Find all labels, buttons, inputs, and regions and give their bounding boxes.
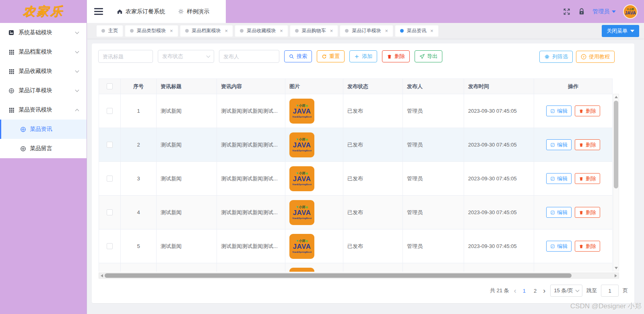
table-body: 1测试新闻测试新闻测试新闻测试...▼小郑◉JAVAVue&SpringBoot…: [99, 94, 612, 272]
row-delete-button[interactable]: 删除: [575, 139, 600, 150]
tutorial-button[interactable]: ? 使用教程: [576, 51, 615, 63]
tab-item[interactable]: 菜品档案模块×: [180, 25, 233, 37]
cell-image: ▼小郑◉JAVAVue&SpringBoot: [285, 229, 343, 263]
row-checkbox[interactable]: [107, 243, 113, 249]
row-edit-button[interactable]: 编辑: [546, 139, 572, 150]
trash-icon: [579, 176, 584, 181]
sidebar-item[interactable]: 菜品资讯模块: [0, 100, 87, 120]
tab-item[interactable]: 菜品订单模块×: [340, 25, 393, 37]
status-filter-select[interactable]: 发布状态: [158, 50, 214, 63]
jump-page-input[interactable]: [601, 285, 619, 297]
scroll-right-icon[interactable]: [615, 274, 617, 277]
sidebar-subitem[interactable]: 菜品留言: [0, 139, 87, 158]
fullscreen-icon[interactable]: [563, 8, 571, 16]
column-header: 资讯标题: [157, 79, 217, 94]
tab-item[interactable]: 菜品收藏模块×: [235, 25, 288, 37]
tab-label: 菜品购物车: [302, 27, 326, 34]
topbar-left: 农家乐订餐系统 样例演示: [87, 0, 226, 23]
row-checkbox[interactable]: [107, 108, 113, 114]
cell-status: 已发布: [343, 94, 403, 128]
close-icon[interactable]: ×: [330, 28, 333, 33]
topnav-demo-label: 样例演示: [187, 8, 209, 15]
cell-time: 2023-09-30 07:45:05: [464, 94, 534, 128]
avatar[interactable]: ▼小郑 JAVA: [623, 4, 638, 19]
cell-title: 测试新闻: [157, 128, 217, 162]
row-delete-button[interactable]: 删除: [575, 241, 600, 252]
cell-no: 5: [121, 229, 157, 263]
search-button[interactable]: 搜索: [284, 50, 312, 62]
row-edit-button[interactable]: 编辑: [546, 173, 572, 184]
table-row: 5测试新闻测试新闻测试新闻测试...▼小郑◉JAVAVue&SpringBoot…: [99, 229, 612, 263]
chevron-down-icon: [630, 30, 634, 32]
row-edit-button[interactable]: 编辑: [546, 105, 572, 116]
prev-page-button[interactable]: ‹: [513, 287, 517, 294]
add-button[interactable]: 添加: [349, 50, 377, 62]
topnav-system[interactable]: 农家乐订餐系统: [110, 0, 171, 23]
page-number-1[interactable]: 1: [521, 288, 527, 294]
compass-icon: [20, 126, 26, 132]
cell-publisher: 管理员: [403, 229, 464, 263]
row-checkbox[interactable]: [107, 176, 113, 182]
watermark: CSDN @Designer 小郑: [570, 302, 642, 311]
menu-toggle-icon[interactable]: [87, 0, 110, 23]
sidebar-item[interactable]: 菜品订单模块: [0, 81, 87, 100]
column-header: 图片: [285, 79, 343, 94]
tab-active[interactable]: 菜品资讯×: [395, 25, 438, 37]
column-filter-button[interactable]: 列筛选: [539, 51, 573, 63]
sidebar-item[interactable]: 菜品档案模块: [0, 42, 87, 62]
cell-status: 已发布: [343, 162, 403, 196]
cell-title: [157, 263, 217, 272]
reset-button[interactable]: 重置: [317, 50, 345, 62]
close-menu-button[interactable]: 关闭菜单: [602, 25, 639, 37]
cell-publisher: 管理员: [403, 94, 464, 128]
row-delete-button[interactable]: 删除: [575, 207, 600, 218]
sidebar-item[interactable]: 菜品收藏模块: [0, 62, 87, 81]
tab-label: 菜品档案模块: [192, 27, 221, 34]
close-icon[interactable]: ×: [280, 28, 283, 33]
trash-icon: [579, 210, 584, 215]
row-edit-button[interactable]: 编辑: [546, 241, 572, 252]
row-delete-button[interactable]: 删除: [575, 105, 600, 116]
news-image: ▼小郑◉JAVAVue&SpringBoot: [289, 132, 314, 157]
total-count: 共 21 条: [490, 287, 509, 294]
sidebar-item-label: 菜品档案模块: [19, 48, 76, 56]
tab-item[interactable]: 主页: [97, 25, 123, 37]
user-menu[interactable]: 管理员: [592, 8, 616, 15]
export-button[interactable]: 导出: [415, 50, 442, 62]
vertical-scrollbar-thumb[interactable]: [614, 101, 618, 188]
sidebar-subitem[interactable]: 菜品资讯: [0, 120, 87, 139]
tab-dot-icon: [240, 29, 244, 33]
tab-item[interactable]: 菜品类型模块×: [125, 25, 178, 37]
scroll-down-icon[interactable]: [615, 267, 618, 269]
delete-button[interactable]: 删除: [382, 50, 410, 62]
row-checkbox[interactable]: [107, 209, 113, 215]
row-checkbox[interactable]: [107, 142, 113, 148]
tab-item[interactable]: 菜品购物车×: [290, 25, 338, 37]
cell-title: 测试新闻: [157, 229, 217, 263]
select-all-checkbox[interactable]: [107, 83, 113, 89]
page-size-select[interactable]: 15 条/页: [550, 285, 582, 297]
tab-dot-icon: [130, 29, 134, 33]
publisher-filter-input[interactable]: [219, 50, 279, 63]
close-icon[interactable]: ×: [430, 28, 433, 33]
home-icon: [117, 8, 123, 14]
sidebar-item[interactable]: 系统基础模块: [0, 23, 87, 42]
topnav-demo[interactable]: 样例演示: [171, 0, 216, 23]
next-page-button[interactable]: ›: [542, 287, 546, 294]
title-filter-input[interactable]: [98, 50, 153, 63]
row-edit-button[interactable]: 编辑: [546, 207, 572, 218]
chevron-down-icon: [206, 54, 211, 58]
horizontal-scrollbar-thumb[interactable]: [105, 273, 572, 278]
scroll-left-icon[interactable]: [101, 274, 103, 277]
page-number-2[interactable]: 2: [532, 288, 538, 294]
close-icon[interactable]: ×: [225, 28, 228, 33]
horizontal-scrollbar[interactable]: [99, 273, 619, 279]
row-delete-button[interactable]: 删除: [575, 173, 600, 184]
lock-icon[interactable]: [578, 8, 585, 15]
close-icon[interactable]: ×: [170, 28, 173, 33]
scroll-up-icon[interactable]: [615, 96, 618, 98]
close-icon[interactable]: ×: [385, 28, 388, 33]
vertical-scrollbar[interactable]: [613, 94, 619, 271]
page-numbers: 12: [521, 288, 538, 294]
cell-publisher: 管理员: [403, 128, 464, 162]
